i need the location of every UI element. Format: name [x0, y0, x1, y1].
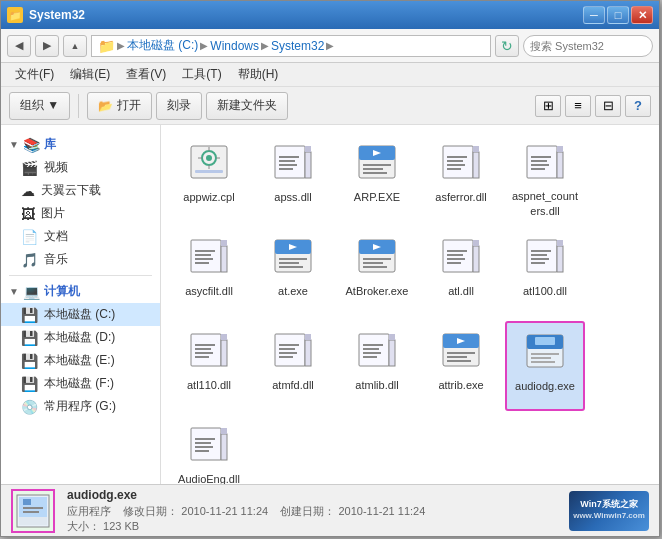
svg-rect-56	[363, 262, 383, 264]
drive-c-icon: 💾	[21, 307, 38, 323]
back-button[interactable]: ◀	[7, 35, 31, 57]
svg-rect-79	[195, 348, 211, 350]
menu-tools[interactable]: 工具(T)	[174, 64, 229, 85]
file-icon	[269, 326, 317, 374]
refresh-button[interactable]: ↻	[495, 35, 519, 57]
forward-button[interactable]: ▶	[35, 35, 59, 57]
up-button[interactable]: ▲	[63, 35, 87, 57]
sidebar-item-cloud[interactable]: ☁ 天翼云下载	[1, 179, 160, 202]
file-label: at.exe	[278, 284, 308, 298]
svg-rect-63	[447, 254, 463, 256]
titlebar: 📁 System32 ─ □ ✕	[1, 1, 659, 29]
svg-rect-7	[195, 170, 223, 173]
svg-rect-45	[195, 262, 209, 264]
file-item[interactable]: atmlib.dll	[337, 321, 417, 411]
breadcrumb-windows[interactable]: Windows	[210, 39, 259, 53]
svg-rect-43	[195, 254, 211, 256]
sidebar-item-music[interactable]: 🎵 音乐	[1, 248, 160, 271]
toolbar: 组织 ▼ 📂 打开 刻录 新建文件夹 ⊞ ≡ ⊟ ?	[1, 87, 659, 125]
svg-rect-121	[23, 499, 31, 505]
svg-rect-44	[195, 258, 213, 260]
svg-rect-11	[305, 146, 311, 152]
file-item[interactable]: asycfilt.dll	[169, 227, 249, 317]
file-item[interactable]: atl100.dll	[505, 227, 585, 317]
svg-rect-55	[363, 258, 391, 260]
view-list-button[interactable]: ≡	[565, 95, 591, 117]
file-label: audiodg.exe	[515, 379, 575, 393]
file-item[interactable]: apss.dll	[253, 133, 333, 223]
file-item[interactable]: atmfd.dll	[253, 321, 333, 411]
statusbar: audiodg.exe 应用程序 修改日期： 2010-11-21 11:24 …	[1, 484, 659, 536]
file-item[interactable]: atl.dll	[421, 227, 501, 317]
search-box[interactable]: 🔍	[523, 35, 653, 57]
sidebar-item-documents[interactable]: 📄 文档	[1, 225, 160, 248]
svg-rect-108	[531, 361, 555, 363]
file-item[interactable]: aspnet_counters.dll	[505, 133, 585, 223]
organize-button[interactable]: 组织 ▼	[9, 92, 70, 120]
library-expand-icon: ▼	[9, 139, 19, 150]
sidebar-item-drive-c[interactable]: 💾 本地磁盘 (C:)	[1, 303, 160, 326]
file-label: aspnet_counters.dll	[510, 189, 580, 218]
menu-help[interactable]: 帮助(H)	[230, 64, 287, 85]
svg-rect-115	[195, 442, 211, 444]
search-input[interactable]	[530, 40, 662, 52]
svg-rect-68	[557, 246, 563, 272]
sidebar-item-drive-e[interactable]: 💾 本地磁盘 (E:)	[1, 349, 160, 372]
view-details-button[interactable]: ⊟	[595, 95, 621, 117]
file-label: appwiz.cpl	[183, 190, 234, 204]
help-button[interactable]: ?	[625, 95, 651, 117]
svg-rect-61	[473, 240, 479, 246]
sidebar-item-pictures[interactable]: 🖼 图片	[1, 202, 160, 225]
file-item[interactable]: attrib.exe	[421, 321, 501, 411]
menu-edit[interactable]: 编辑(E)	[62, 64, 118, 85]
file-label: apss.dll	[274, 190, 311, 204]
sidebar-item-drive-g[interactable]: 💿 常用程序 (G:)	[1, 395, 160, 418]
file-item[interactable]: asferror.dll	[421, 133, 501, 223]
file-icon	[353, 232, 401, 280]
computer-header[interactable]: ▼ 💻 计算机	[1, 280, 160, 303]
file-icon	[269, 232, 317, 280]
file-area[interactable]: appwiz.cpl apss.dll ARP.EXE	[161, 125, 659, 484]
svg-rect-70	[531, 250, 551, 252]
svg-rect-50	[279, 262, 299, 264]
svg-rect-96	[363, 352, 381, 354]
file-item[interactable]: ARP.EXE	[337, 133, 417, 223]
file-icon	[185, 420, 233, 468]
svg-rect-21	[363, 172, 387, 174]
svg-rect-88	[279, 352, 297, 354]
sidebar-item-video[interactable]: 🎬 视频	[1, 156, 160, 179]
file-item[interactable]: appwiz.cpl	[169, 133, 249, 223]
library-header[interactable]: ▼ 📚 库	[1, 133, 160, 156]
file-label: atmfd.dll	[272, 378, 314, 392]
burn-button[interactable]: 刻录	[156, 92, 202, 120]
new-folder-button[interactable]: 新建文件夹	[206, 92, 288, 120]
file-icon	[185, 232, 233, 280]
file-item[interactable]: atl110.dll	[169, 321, 249, 411]
svg-rect-81	[195, 356, 209, 358]
close-button[interactable]: ✕	[631, 6, 653, 24]
sidebar-item-drive-d[interactable]: 💾 本地磁盘 (D:)	[1, 326, 160, 349]
file-item[interactable]: audiodg.exe	[505, 321, 585, 411]
file-item[interactable]: at.exe	[253, 227, 333, 317]
breadcrumb-system32[interactable]: System32	[271, 39, 324, 53]
svg-rect-84	[305, 340, 311, 366]
file-label: ARP.EXE	[354, 190, 400, 204]
minimize-button[interactable]: ─	[583, 6, 605, 24]
file-label: atl.dll	[448, 284, 474, 298]
file-item[interactable]: AudioEng.dll	[169, 415, 249, 484]
menu-file[interactable]: 文件(F)	[7, 64, 62, 85]
sidebar-item-drive-f[interactable]: 💾 本地磁盘 (F:)	[1, 372, 160, 395]
menu-view[interactable]: 查看(V)	[118, 64, 174, 85]
file-label: asycfilt.dll	[185, 284, 233, 298]
breadcrumb-computer[interactable]: 本地磁盘 (C:)	[127, 37, 198, 54]
svg-rect-93	[389, 334, 395, 340]
svg-rect-89	[279, 356, 293, 358]
file-icon	[353, 138, 401, 186]
maximize-button[interactable]: □	[607, 6, 629, 24]
file-item[interactable]: AtBroker.exe	[337, 227, 417, 317]
view-mode-button[interactable]: ⊞	[535, 95, 561, 117]
open-button[interactable]: 📂 打开	[87, 92, 152, 120]
svg-rect-117	[195, 450, 209, 452]
main-window: 📁 System32 ─ □ ✕ ◀ ▶ ▲ 📁 ▶ 本地磁盘 (C:) ▶ W…	[0, 0, 660, 537]
svg-rect-37	[531, 168, 545, 170]
